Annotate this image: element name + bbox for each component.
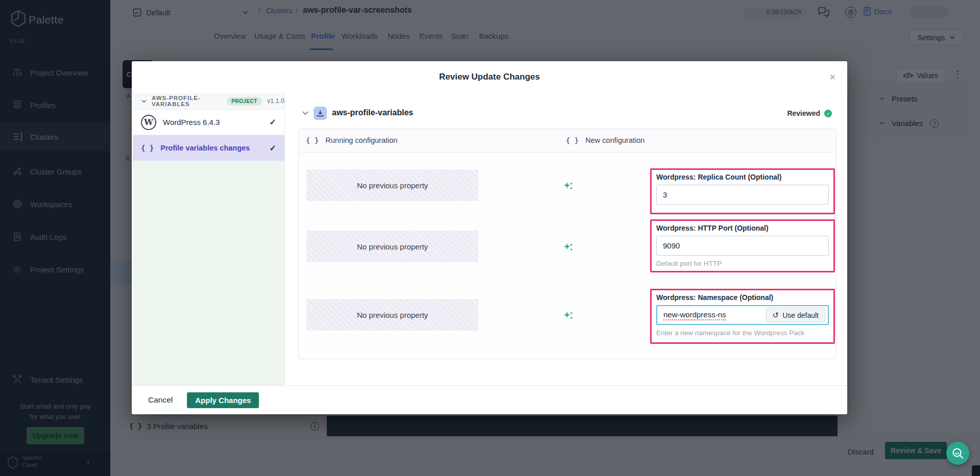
wordpress-logo-icon: W	[141, 115, 156, 130]
no-previous-property-box: No previous property	[306, 299, 479, 331]
use-default-label: Use default	[782, 311, 819, 319]
field-helper: Enter a new namespace for the Wordpress …	[656, 329, 829, 337]
screen: Palette 4.6.33 Project Overview Profiles…	[0, 0, 980, 476]
profile-tree-header[interactable]: AWS-PROFILE-VARIABLES PROJECT v1.1.0	[133, 93, 284, 110]
chevron-down-icon[interactable]	[302, 111, 308, 115]
field-replica-count: Wordpress: Replica Count (Optional) 3	[650, 168, 835, 214]
namespace-input[interactable]: new-wordpress-ns ↺ Use default	[656, 305, 829, 325]
new-configuration-label: New configuration	[585, 136, 644, 144]
pack-label: WordPress 6.4.3	[163, 118, 220, 127]
braces-icon: { }	[306, 136, 319, 144]
no-previous-property-label: No previous property	[357, 181, 428, 190]
modal-footer: Cancel Apply Changes	[132, 385, 847, 414]
sparkle-new-value-icon	[563, 181, 574, 192]
pack-item-wordpress[interactable]: W WordPress 6.4.3 ✓	[133, 110, 284, 135]
modal-title: Review Update Changes	[132, 61, 847, 93]
field-label: Wordpress: HTTP Port (Optional)	[656, 224, 829, 232]
scope-badge: PROJECT	[227, 97, 262, 106]
changes-label: Profile variables changes	[160, 144, 250, 152]
no-previous-property-box: No previous property	[306, 169, 479, 201]
profile-variables-changes-item[interactable]: { } Profile variables changes ✓	[133, 135, 284, 161]
check-icon: ✓	[270, 143, 276, 153]
profile-name: AWS-PROFILE-VARIABLES	[152, 95, 222, 107]
history-icon: ↺	[773, 311, 779, 320]
profile-tree-panel: AWS-PROFILE-VARIABLES PROJECT v1.1.0 W W…	[133, 93, 285, 385]
section-title: aws-profile-variables	[332, 108, 413, 117]
apply-changes-button[interactable]: Apply Changes	[187, 392, 259, 408]
no-previous-property-label: No previous property	[357, 311, 428, 319]
review-update-changes-modal: Review Update Changes ✕ AWS-PROFILE-VARI…	[132, 61, 847, 414]
input-value: new-wordpress-ns	[663, 310, 726, 320]
field-http-port: Wordpress: HTTP Port (Optional) 9090 Def…	[650, 219, 835, 272]
diff-header: { } Running configuration { } New config…	[299, 129, 836, 153]
use-default-button[interactable]: ↺ Use default	[766, 308, 825, 322]
close-icon[interactable]: ✕	[829, 72, 836, 82]
cancel-button[interactable]: Cancel	[148, 395, 173, 405]
running-configuration-header: { } Running configuration	[306, 136, 397, 144]
input-value: 9090	[663, 241, 680, 250]
magnifier-smile-icon	[951, 447, 965, 460]
field-label: Wordpress: Replica Count (Optional)	[656, 173, 829, 181]
configuration-diff-panel: { } Running configuration { } New config…	[298, 129, 836, 359]
reviewed-check-icon: ✓	[824, 110, 832, 117]
import-pack-icon	[314, 107, 327, 120]
changes-review-area: aws-profile-variables Reviewed ✓ { } Run…	[285, 93, 847, 385]
field-helper: Default port for HTTP	[656, 260, 829, 267]
no-previous-property-label: No previous property	[357, 242, 428, 251]
braces-icon: { }	[566, 136, 579, 144]
check-icon: ✓	[270, 117, 276, 127]
running-configuration-label: Running configuration	[325, 136, 397, 144]
sparkle-new-value-icon	[563, 310, 574, 321]
profile-version: v1.1.0	[267, 97, 284, 105]
reviewed-label: Reviewed	[787, 109, 820, 117]
http-port-input[interactable]: 9090	[656, 236, 829, 256]
new-configuration-header: { } New configuration	[566, 136, 644, 144]
field-namespace: Wordpress: Namespace (Optional) new-word…	[650, 289, 835, 344]
chevron-down-icon	[141, 99, 147, 103]
support-chat-fab[interactable]	[946, 442, 969, 465]
braces-icon: { }	[141, 144, 154, 152]
sparkle-new-value-icon	[563, 242, 574, 253]
modal-body: AWS-PROFILE-VARIABLES PROJECT v1.1.0 W W…	[132, 93, 847, 385]
input-value: 3	[663, 190, 667, 199]
no-previous-property-box: No previous property	[306, 231, 479, 262]
replica-count-input[interactable]: 3	[656, 185, 829, 205]
field-label: Wordpress: Namespace (Optional)	[656, 293, 829, 302]
